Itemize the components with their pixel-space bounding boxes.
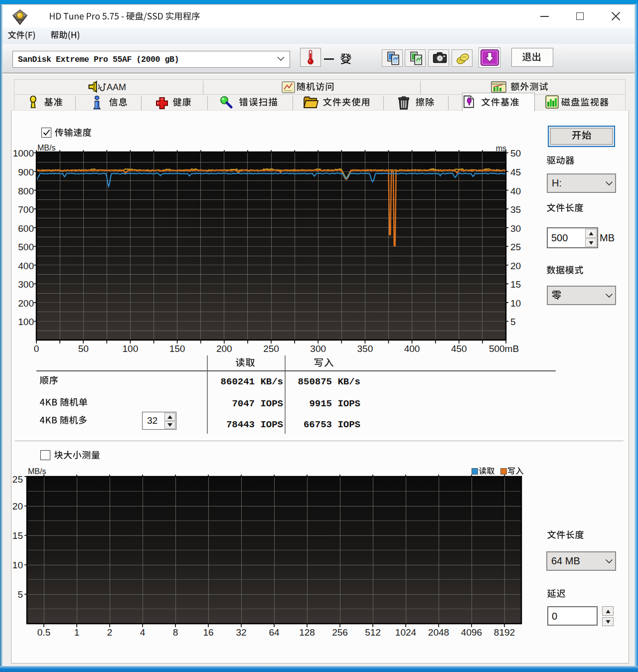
svg-text:150: 150 xyxy=(169,343,185,354)
svg-text:25: 25 xyxy=(12,474,23,485)
svg-text:32: 32 xyxy=(236,627,246,638)
svg-text:50: 50 xyxy=(510,148,521,159)
svg-text:100: 100 xyxy=(18,317,34,327)
svg-text:40: 40 xyxy=(510,186,521,196)
svg-text:250: 250 xyxy=(263,343,279,354)
svg-text:300: 300 xyxy=(310,343,326,354)
svg-text:600: 600 xyxy=(18,223,34,234)
svg-text:10: 10 xyxy=(510,298,521,309)
svg-text:450: 450 xyxy=(451,343,467,354)
svg-text:15: 15 xyxy=(12,530,23,541)
svg-text:512: 512 xyxy=(365,627,381,638)
svg-text:128: 128 xyxy=(299,627,315,638)
svg-text:8: 8 xyxy=(173,627,178,638)
svg-text:ms: ms xyxy=(496,144,506,153)
svg-text:16: 16 xyxy=(203,627,213,638)
svg-text:MB/s: MB/s xyxy=(37,144,55,152)
svg-text:700: 700 xyxy=(18,204,34,215)
svg-text:1: 1 xyxy=(74,627,80,638)
svg-text:25: 25 xyxy=(510,242,521,252)
svg-text:350: 350 xyxy=(357,343,373,354)
svg-text:0: 0 xyxy=(34,343,39,354)
svg-text:1024: 1024 xyxy=(395,627,417,638)
svg-text:4096: 4096 xyxy=(461,627,482,638)
svg-text:2048: 2048 xyxy=(428,627,449,638)
svg-text:2: 2 xyxy=(107,627,113,638)
svg-text:5: 5 xyxy=(17,589,23,600)
svg-text:200: 200 xyxy=(18,298,34,309)
svg-text:500: 500 xyxy=(18,242,34,252)
svg-text:45: 45 xyxy=(510,167,521,177)
svg-text:64: 64 xyxy=(269,627,280,638)
svg-text:8192: 8192 xyxy=(494,627,515,638)
svg-text:50: 50 xyxy=(78,343,89,354)
svg-text:1000: 1000 xyxy=(13,148,34,159)
svg-text:800: 800 xyxy=(18,186,34,196)
svg-text:300: 300 xyxy=(18,279,34,290)
svg-text:4: 4 xyxy=(140,627,146,638)
svg-text:400: 400 xyxy=(404,343,420,354)
svg-text:200: 200 xyxy=(216,343,232,354)
svg-text:256: 256 xyxy=(332,627,348,638)
svg-text:30: 30 xyxy=(510,223,521,234)
svg-text:MB/s: MB/s xyxy=(28,467,46,476)
svg-text:100: 100 xyxy=(123,343,139,354)
svg-text:900: 900 xyxy=(18,167,34,177)
svg-text:20: 20 xyxy=(12,501,23,511)
svg-text:5: 5 xyxy=(510,317,516,327)
svg-text:0.5: 0.5 xyxy=(37,627,50,638)
svg-text:400: 400 xyxy=(18,261,34,271)
svg-text:500mB: 500mB xyxy=(489,343,519,354)
svg-text:20: 20 xyxy=(510,261,521,271)
svg-text:10: 10 xyxy=(12,560,23,570)
svg-text:15: 15 xyxy=(510,279,521,290)
svg-text:35: 35 xyxy=(510,204,521,215)
